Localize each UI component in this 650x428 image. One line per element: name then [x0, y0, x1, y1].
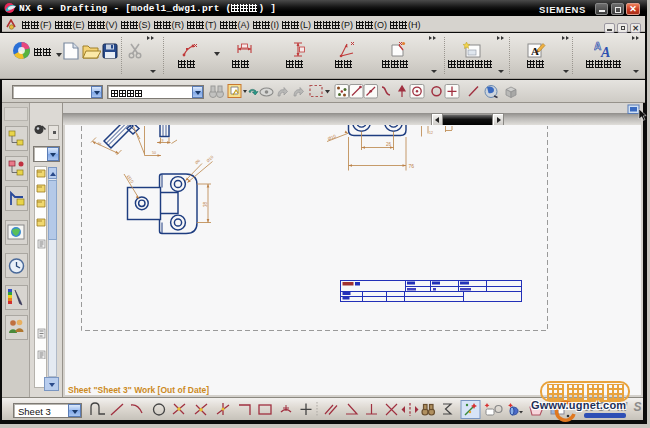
svg-text:26: 26: [386, 142, 392, 147]
svg-text:A: A: [600, 45, 610, 59]
svg-text:9: 9: [162, 139, 164, 143]
svg-text:Ø10: Ø10: [327, 134, 337, 142]
svg-text:38: 38: [203, 201, 208, 207]
svg-text:50: 50: [152, 151, 156, 155]
svg-text:76: 76: [409, 163, 415, 169]
svg-text:Ø6: Ø6: [194, 157, 202, 165]
svg-text:Ø10: Ø10: [205, 154, 215, 163]
svg-text:12: 12: [429, 131, 433, 135]
